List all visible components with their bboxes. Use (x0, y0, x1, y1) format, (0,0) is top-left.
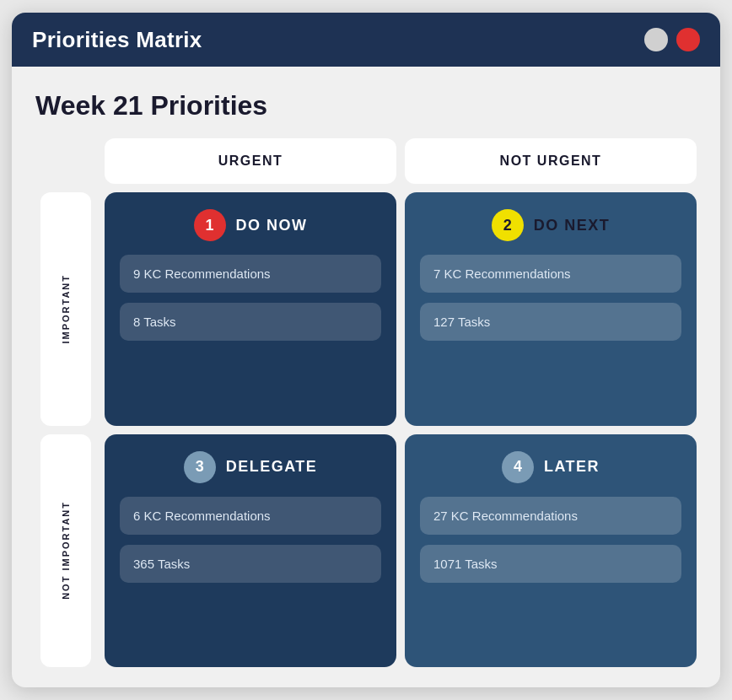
row-label-important-cell: IMPORTANT (35, 192, 96, 426)
quadrant-later-item-1: 1071 Tasks (420, 545, 681, 583)
row-label-not-important: NOT IMPORTANT (61, 501, 71, 600)
quadrant-later-label: LATER (544, 458, 600, 476)
quadrant-do-next-header: 2 DO NEXT (420, 209, 681, 241)
main-content: Week 21 Priorities URGENT NOT URGENT IMP… (12, 67, 720, 687)
quadrant-do-next-label: DO NEXT (534, 217, 611, 234)
window-controls (644, 28, 700, 51)
corner-empty (35, 138, 96, 184)
quadrant-do-now-label: DO NOW (236, 217, 308, 234)
row-label-not-important-cell: NOT IMPORTANT (35, 434, 96, 668)
quadrant-do-now[interactable]: 1 DO NOW 9 KC Recommendations 8 Tasks (105, 192, 396, 426)
row-label-important: IMPORTANT (61, 274, 71, 344)
quadrant-do-next-number: 2 (492, 209, 524, 241)
app-title: Priorities Matrix (32, 27, 202, 53)
quadrant-delegate-label: DELEGATE (226, 458, 318, 476)
quadrant-delegate-header: 3 DELEGATE (120, 451, 381, 483)
close-button[interactable] (676, 28, 700, 51)
row-label-important-box: IMPORTANT (40, 192, 91, 426)
matrix-grid: URGENT NOT URGENT IMPORTANT 1 DO NOW 9 K… (35, 138, 697, 667)
minimize-button[interactable] (644, 28, 668, 51)
title-bar: Priorities Matrix (12, 13, 720, 67)
quadrant-do-now-header: 1 DO NOW (120, 209, 381, 241)
quadrant-do-now-number: 1 (194, 209, 226, 241)
quadrant-delegate[interactable]: 3 DELEGATE 6 KC Recommendations 365 Task… (105, 434, 396, 668)
quadrant-delegate-item-0: 6 KC Recommendations (120, 497, 381, 535)
col-header-not-urgent: NOT URGENT (405, 138, 697, 184)
col-header-urgent: URGENT (105, 138, 396, 184)
quadrant-do-now-item-1: 8 Tasks (120, 303, 381, 341)
quadrant-do-next[interactable]: 2 DO NEXT 7 KC Recommendations 127 Tasks (405, 192, 697, 426)
quadrant-later-header: 4 LATER (420, 451, 681, 483)
quadrant-do-next-item-0: 7 KC Recommendations (420, 255, 681, 293)
quadrant-later-item-0: 27 KC Recommendations (420, 497, 681, 535)
quadrant-later[interactable]: 4 LATER 27 KC Recommendations 1071 Tasks (405, 434, 697, 668)
app-window: Priorities Matrix Week 21 Priorities URG… (12, 13, 720, 687)
week-title: Week 21 Priorities (35, 90, 697, 121)
row-label-not-important-box: NOT IMPORTANT (40, 434, 91, 668)
quadrant-delegate-number: 3 (184, 451, 216, 483)
quadrant-do-now-item-0: 9 KC Recommendations (120, 255, 381, 293)
quadrant-delegate-item-1: 365 Tasks (120, 545, 381, 583)
quadrant-do-next-item-1: 127 Tasks (420, 303, 681, 341)
quadrant-later-number: 4 (502, 451, 534, 483)
